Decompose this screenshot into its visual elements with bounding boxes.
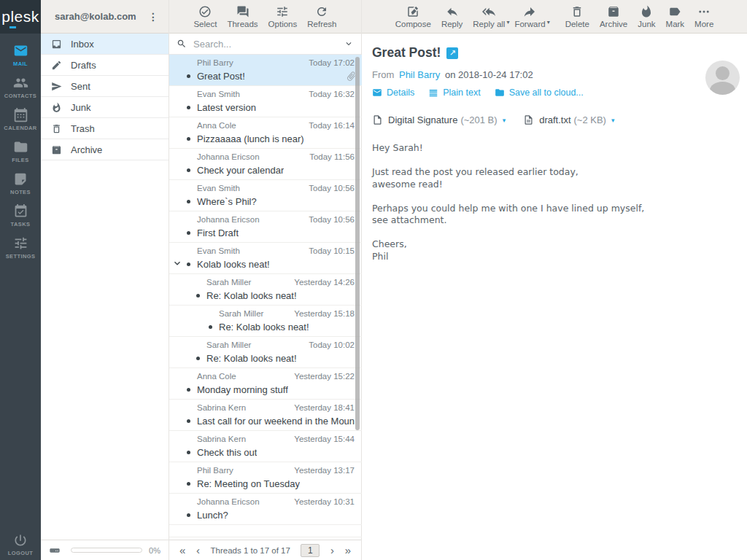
message-view-panel: Compose Reply Reply all ▾ Forward ▾ Dele… bbox=[362, 0, 747, 560]
folder-sent[interactable]: Sent bbox=[41, 76, 169, 97]
folder-label: Drafts bbox=[71, 60, 96, 71]
attachment-dropdown-icon[interactable]: ▾ bbox=[503, 117, 506, 124]
refresh-icon bbox=[315, 5, 328, 18]
next-page-icon[interactable]: › bbox=[330, 545, 334, 556]
search-input[interactable]: Search... bbox=[193, 39, 344, 50]
chevron-down-icon[interactable] bbox=[344, 39, 354, 49]
sidebar-item-notes[interactable]: NOTES bbox=[0, 167, 41, 199]
attachment-name: draft.txt bbox=[539, 114, 570, 125]
list-item[interactable]: Anna ColeToday 16:14 Pizzaaaaa (lunch is… bbox=[169, 117, 362, 149]
sidebar-item-files[interactable]: FILES bbox=[0, 135, 41, 167]
avatar bbox=[705, 61, 740, 95]
folder-drafts[interactable]: Drafts bbox=[41, 55, 169, 76]
list-item[interactable]: Johanna EricsonYesterday 10:31 Lunch? bbox=[169, 494, 362, 525]
app-sidebar: plesk MAIL CONTACTS CALENDAR FILES bbox=[0, 0, 41, 560]
logout-button[interactable]: LOGOUT bbox=[0, 533, 41, 556]
list-item-clipped[interactable] bbox=[169, 525, 362, 537]
message-time: Yesterday 15:18 bbox=[294, 309, 355, 318]
more-button[interactable]: More bbox=[689, 5, 719, 28]
archive-button[interactable]: Archive bbox=[595, 5, 632, 28]
options-button[interactable]: Options bbox=[263, 5, 303, 28]
unread-dot-icon bbox=[187, 482, 190, 486]
list-item[interactable]: Phil BarryToday 17:02 Great Post! bbox=[169, 55, 362, 86]
mark-button[interactable]: Mark bbox=[661, 5, 690, 28]
search-icon bbox=[177, 39, 187, 49]
message-time: Yesterday 14:26 bbox=[294, 278, 355, 287]
select-button[interactable]: Select bbox=[188, 5, 222, 28]
page-number-input[interactable]: 1 bbox=[301, 544, 320, 557]
settings-icon bbox=[13, 236, 28, 251]
list-item[interactable]: Sabrina KernYesterday 15:44 Check this o… bbox=[169, 431, 362, 462]
folder-label: Junk bbox=[71, 102, 90, 113]
sidebar-item-label: MAIL bbox=[13, 61, 28, 67]
check-circle-icon bbox=[198, 5, 212, 18]
sidebar-item-settings[interactable]: SETTINGS bbox=[0, 231, 41, 263]
list-item[interactable]: Johanna EricsonToday 10:56 First Draft bbox=[169, 211, 362, 243]
message-sender: Johanna Ericson bbox=[197, 215, 260, 224]
sender-link[interactable]: Phil Barry bbox=[399, 69, 440, 80]
thread-collapse-icon[interactable] bbox=[171, 257, 183, 269]
last-page-icon[interactable]: » bbox=[345, 545, 351, 556]
kebab-menu-icon[interactable]: ⋮ bbox=[145, 10, 161, 23]
sidebar-item-calendar[interactable]: CALENDAR bbox=[0, 103, 41, 135]
reply-all-icon bbox=[482, 5, 495, 18]
trash-icon bbox=[570, 5, 584, 18]
message-subject: Re: Meeting on Tuesday bbox=[197, 478, 300, 489]
folder-trash[interactable]: Trash bbox=[41, 118, 169, 139]
message-view: Great Post! ↗ From Phil Barry on 2018-10… bbox=[362, 34, 747, 560]
message-subject: Great Post! bbox=[197, 71, 245, 82]
list-item[interactable]: Sarah MillerToday 10:02 Re: Kolab looks … bbox=[169, 337, 362, 368]
open-in-new-window-icon[interactable]: ↗ bbox=[446, 47, 458, 59]
save-all-to-cloud-link[interactable]: Save all to cloud... bbox=[495, 88, 584, 98]
file-text-icon bbox=[523, 114, 534, 125]
search-bar[interactable]: Search... bbox=[169, 34, 361, 55]
message-sender: Sarah Miller bbox=[219, 309, 263, 318]
sidebar-item-tasks[interactable]: TASKS bbox=[0, 199, 41, 231]
quota-progress-bar bbox=[71, 548, 142, 553]
message-sender: Johanna Ericson bbox=[197, 497, 260, 506]
message-sender: Evan Smith bbox=[197, 184, 240, 192]
scrollbar[interactable] bbox=[355, 57, 360, 430]
message-subject: Check your calendar bbox=[197, 165, 284, 176]
unread-dot-icon bbox=[187, 388, 190, 392]
list-item[interactable]: Evan SmithToday 10:15 Kolab looks neat! bbox=[169, 243, 362, 274]
forward-dropdown-icon[interactable]: ▾ bbox=[547, 19, 550, 26]
sidebar-item-mail[interactable]: MAIL bbox=[0, 39, 41, 71]
folder-inbox[interactable]: Inbox bbox=[41, 34, 169, 55]
list-item[interactable]: Evan SmithToday 10:56 Where`s Phil? bbox=[169, 180, 362, 211]
list-item[interactable]: Johanna EricsonToday 11:56 Check your ca… bbox=[169, 149, 362, 180]
reply-all-button[interactable]: Reply all bbox=[468, 5, 510, 28]
list-item[interactable]: Phil BarryYesterday 13:17 Re: Meeting on… bbox=[169, 462, 362, 494]
first-page-icon[interactable]: « bbox=[179, 545, 185, 556]
compose-button[interactable]: Compose bbox=[390, 5, 436, 28]
list-item[interactable]: Sabrina KernYesterday 18:41 Last call fo… bbox=[169, 400, 362, 431]
message-time: Yesterday 18:41 bbox=[294, 403, 355, 412]
details-link[interactable]: Details bbox=[372, 88, 414, 98]
message-sender: Johanna Ericson bbox=[197, 152, 260, 161]
refresh-button[interactable]: Refresh bbox=[302, 5, 341, 28]
list-item[interactable]: Evan SmithToday 16:32 Latest version bbox=[169, 86, 362, 117]
folder-archive[interactable]: Archive bbox=[41, 139, 169, 160]
inbox-icon bbox=[51, 39, 62, 50]
list-item[interactable]: Sarah MillerYesterday 15:18 Re: Kolab lo… bbox=[169, 306, 362, 337]
attachment-size: (~2 KB) bbox=[574, 114, 606, 125]
threads-button[interactable]: Threads bbox=[222, 5, 263, 28]
folder-junk[interactable]: Junk bbox=[41, 97, 169, 118]
attachment-dropdown-icon[interactable]: ▾ bbox=[611, 117, 615, 124]
unread-dot-icon bbox=[196, 357, 200, 360]
list-item[interactable]: Anna ColeYesterday 15:22 Monday morning … bbox=[169, 368, 362, 400]
list-item[interactable]: Sarah MillerYesterday 14:26 Re: Kolab lo… bbox=[169, 274, 362, 306]
reply-button[interactable]: Reply bbox=[436, 5, 468, 28]
sidebar-item-contacts[interactable]: CONTACTS bbox=[0, 71, 41, 103]
delete-button[interactable]: Delete bbox=[560, 5, 595, 28]
message-sender: Sarah Miller bbox=[206, 278, 251, 287]
forward-button[interactable]: Forward bbox=[509, 5, 550, 28]
webmail-app: plesk MAIL CONTACTS CALENDAR FILES bbox=[0, 0, 747, 560]
message-from-line: From Phil Barry on 2018-10-24 17:02 bbox=[372, 69, 737, 80]
attachment-draft-txt[interactable]: draft.txt (~2 KB) ▾ bbox=[523, 114, 614, 125]
prev-page-icon[interactable]: ‹ bbox=[196, 545, 200, 556]
junk-button[interactable]: Junk bbox=[632, 5, 660, 28]
refresh-label: Refresh bbox=[307, 20, 336, 28]
plain-text-link[interactable]: Plain text bbox=[428, 88, 480, 98]
attachment-digital-signature[interactable]: Digital Signature (~201 B) ▾ bbox=[372, 114, 506, 125]
